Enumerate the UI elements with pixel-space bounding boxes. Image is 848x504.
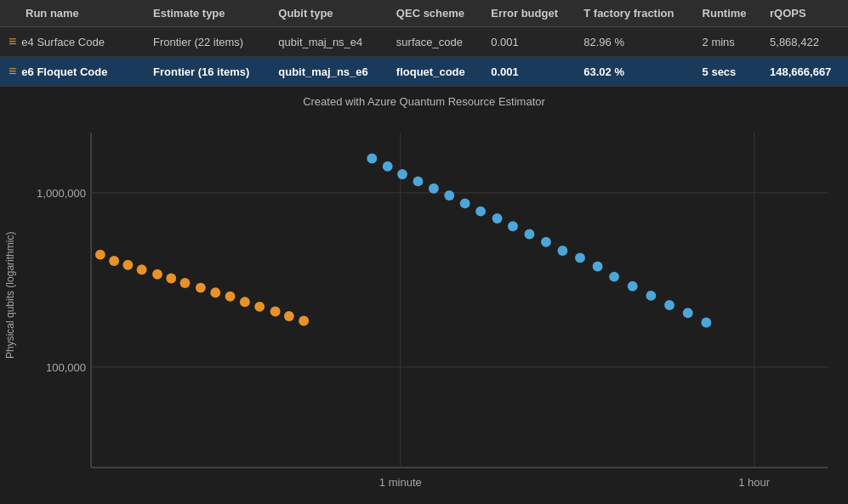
chart-title: Created with Azure Quantum Resource Esti… [0, 95, 848, 108]
col-header-runtime: Runtime [694, 0, 761, 27]
cell-estimate-type: Frontier (16 items) [145, 57, 270, 87]
cell-error-budget: 0.001 [482, 27, 575, 57]
blue-data-point [397, 169, 407, 179]
blue-data-point [429, 184, 439, 194]
orange-data-point [210, 287, 220, 297]
cell-run-name: ≡ e6 Floquet Code [0, 57, 145, 87]
cell-runtime: 5 secs [694, 57, 761, 87]
chart-svg: 1,000,000100,0001 minute1 hour [20, 112, 848, 498]
cell-rqops: 148,666,667 [761, 57, 848, 87]
cell-t-factory-fraction: 82.96 % [575, 27, 693, 57]
blue-data-point [475, 207, 486, 217]
cell-qubit-type: qubit_maj_ns_e4 [270, 27, 388, 57]
x-axis-label: Runtime (logarithmic) [20, 498, 848, 504]
chart-inner: Physical qubits (logarithmic) 1,000,0001… [0, 112, 848, 478]
orange-data-point [225, 292, 236, 302]
table-header-row: Run name Estimate type Qubit type QEC sc… [0, 0, 848, 27]
cell-qec-scheme: floquet_code [388, 57, 482, 87]
col-header-t-factory-fraction: T factory fraction [575, 0, 693, 27]
y-axis-label: Physical qubits (logarithmic) [0, 112, 20, 478]
svg-text:1 minute: 1 minute [379, 476, 422, 489]
orange-data-point [299, 316, 309, 326]
blue-data-point [664, 300, 674, 310]
chart-area: Created with Azure Quantum Resource Esti… [0, 87, 848, 486]
cell-runtime: 2 mins [694, 27, 761, 57]
col-header-error-budget: Error budget [482, 0, 575, 27]
col-header-run-name: Run name [0, 0, 145, 27]
orange-data-point [254, 302, 265, 312]
cell-qec-scheme: surface_code [388, 27, 482, 57]
blue-data-point [444, 190, 454, 201]
cell-qubit-type: qubit_maj_ns_e6 [270, 57, 388, 87]
table-row[interactable]: ≡ e4 Surface Code Frontier (22 items)qub… [0, 27, 848, 57]
orange-data-point [95, 250, 105, 260]
orange-data-point [109, 256, 119, 266]
results-table: Run name Estimate type Qubit type QEC sc… [0, 0, 848, 87]
orange-data-point [284, 311, 294, 321]
svg-text:100,000: 100,000 [46, 361, 86, 374]
blue-data-point [413, 176, 424, 186]
blue-data-point [460, 198, 470, 208]
orange-data-point [270, 306, 281, 316]
orange-data-point [137, 264, 147, 275]
blue-data-point [492, 213, 503, 224]
table-row[interactable]: ≡ e6 Floquet Code Frontier (16 items)qub… [0, 57, 848, 87]
cell-rqops: 5,868,422 [761, 27, 848, 57]
orange-data-point [152, 269, 162, 280]
cell-t-factory-fraction: 63.02 % [575, 57, 693, 87]
blue-data-point [383, 161, 393, 172]
blue-data-point [593, 262, 603, 272]
col-header-qubit-type: Qubit type [270, 0, 388, 27]
blue-data-point [367, 154, 377, 164]
blue-data-point [525, 229, 535, 240]
col-header-estimate-type: Estimate type [145, 0, 270, 27]
svg-text:1 hour: 1 hour [738, 476, 771, 489]
blue-data-point [628, 281, 638, 292]
orange-data-point [180, 278, 191, 288]
cell-error-budget: 0.001 [482, 57, 575, 87]
blue-data-point [701, 317, 711, 327]
cell-run-name: ≡ e4 Surface Code [0, 27, 145, 57]
blue-data-point [541, 237, 551, 247]
blue-data-point [508, 221, 518, 231]
orange-data-point [240, 297, 250, 307]
col-header-qec-scheme: QEC scheme [388, 0, 482, 27]
cell-estimate-type: Frontier (22 items) [145, 27, 270, 57]
svg-text:1,000,000: 1,000,000 [37, 187, 86, 200]
results-table-container: Run name Estimate type Qubit type QEC sc… [0, 0, 848, 87]
blue-data-point [558, 246, 568, 256]
col-header-rqops: rQOPS [761, 0, 848, 27]
orange-data-point [166, 273, 176, 283]
blue-data-point [646, 291, 656, 301]
blue-data-point [683, 308, 693, 318]
blue-data-point [575, 252, 585, 263]
orange-data-point [196, 283, 206, 293]
blue-data-point [609, 272, 619, 282]
orange-data-point [122, 260, 133, 270]
chart-plot-container: 1,000,000100,0001 minute1 hour Runtime (… [20, 112, 848, 478]
chart-svg-area: 1,000,000100,0001 minute1 hour [20, 112, 848, 498]
